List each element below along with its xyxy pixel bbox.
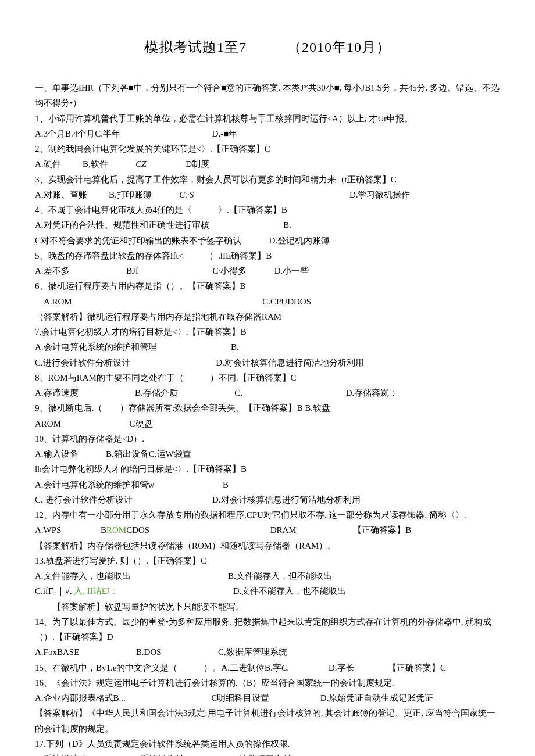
q13-row2: C.ifΓ-｜√, 入, II诂£J： D.文件不能存入，也不能取出 [35, 583, 500, 599]
q9-row: 9、微机断电后,（ ）存储器所有:数据会全部丢失。【正确答案】B B.软盘 [35, 400, 500, 415]
q11-a: A.会计电算化系统的维护和管w [35, 480, 154, 489]
q6-options: A.ROM C.CPUDDOS [35, 294, 500, 309]
q3-options: A.对账、查账 B.打印账簿 C.·S D.学习微机操作 [35, 187, 500, 202]
q9-c: C硬盘 [130, 419, 153, 428]
q15-ans: 【正确答案】C [388, 663, 446, 672]
q9-row2: AROM C硬盘 [35, 416, 500, 431]
q3-b: B.打印账簿 [109, 190, 152, 199]
page-title: 模拟考试题1至7（2010年10月） [35, 35, 500, 59]
q10-b: B.箱出设备C.运W袋置 [106, 449, 191, 458]
q12-b: BROMCDOS [101, 525, 149, 535]
q8-options: A.存谛速度 B.存储介质 C. D.存储容岚： [35, 385, 500, 400]
q9-arom: AROM [35, 419, 61, 428]
q5-options: A.差不多 BJf C·小得多 D.小一些 [35, 263, 500, 278]
q3: 3、实现会计电算化后，提高了工作效率，财会人员可以有更多的时间和精力来（t正确答… [35, 172, 500, 187]
q15-row: 15、在微机中，By1.e的中文含义是（ ）。A.二进制位B.字C. D.字长 … [35, 660, 500, 675]
q6-exp: （答案解析】微机运行程序要占用内存是指地机在取存储器RAM [35, 309, 500, 324]
q9: 9、微机断电后,（ ）存储器所有:数据会全部丢失。【正确答案】B [35, 403, 302, 413]
q1: 1、小谛用许算机普代手工账的单位，必需在计算机核尊与手工核笄同时运行<A）以上,… [35, 111, 500, 126]
q13-b: B.文件能存入，但不能取出 [228, 571, 332, 581]
q16-a: A.企业内部报表格式B... [35, 693, 126, 703]
q7-c: C.进行会计软件分析设计 [35, 358, 130, 367]
q2-options: A.硬件 B,软件 CZ D制度 [35, 156, 500, 171]
q2-d: D制度 [186, 159, 209, 169]
q13-a: A.文件能存入，也能取出 [35, 571, 131, 581]
q1-abc: A.3个月B.4个月C.半年 [35, 129, 120, 138]
q15-c: C. [281, 663, 290, 672]
q8-a: A.存谛速度 [35, 388, 79, 397]
q16-d: D.原始凭证自动生成记账凭证 [320, 693, 434, 703]
q13-d: D.文件不能存入，也不能取出 [233, 586, 347, 596]
q4-b: B. [283, 220, 291, 230]
q5-a: A.差不多 [35, 266, 70, 275]
q14-b: B.DOS [136, 647, 162, 657]
q16-exp: 【答案解析】《中华人民共和国会计法3规定:用电子计算机进行会计核算的, 其会计账… [35, 705, 500, 736]
q16-c: C明细科目设置 [211, 693, 269, 703]
q14: 14、为了以最佳方式、最少的重登•为多种应用服务. 把数据集中起来以肯定的组织方… [35, 614, 500, 645]
q7: 7,会计电算化初级人才的培行目标是<〉.【正确答案】B [35, 324, 500, 339]
q11: lh会计电弊化初级人才的培闩目标是<〉.【正确答案】B [35, 461, 500, 476]
q4-d: D.登记机内账簿 [269, 236, 330, 245]
section-intro: 一、单事选IHR（下列各■中，分别只有一个符合■意的正确答案. 本类J*共30小… [35, 80, 500, 111]
q16: 16、《会计法》规定运用电子计算机进行会计核算的.（B）应当符合国家统一的会计制… [35, 675, 500, 690]
q8-b: B.存储介质 [135, 388, 178, 397]
q4-row2: C对不符合要求的凭证和打印输出的账表不予签字确认 D.登记机内账簿 [35, 233, 500, 248]
q11-row1: A.会计电算化系统的维护和管w B [35, 477, 500, 492]
q7-row2: C.进行会计软件分析设计 D.对会计核算信息进行简洁地分析利用 [35, 355, 500, 370]
q12-exp: 【答案解析】内存储器包括只读存储港（ROM）和随机读写存储器（RAM）。 [35, 538, 500, 553]
q6: 6、微机运行程序要占用内存是指（）。【正确答案】B [35, 278, 500, 293]
q2: 2、制约我国会计电算化发展的关键环节是<〉.【正确答案】C [35, 141, 500, 156]
q11-row2: C. 进行会计软件分析设计 D.对会计核算信息进行简洁地分析利用 [35, 492, 500, 507]
q6-a: A.ROM [44, 297, 72, 306]
q7-d: D.对会计核算信息进行简洁地分析利用 [216, 358, 364, 367]
q2-cz: CZ [135, 159, 146, 169]
q2-b: B,软件 [83, 159, 108, 169]
q10: 10、计算机的存储器是<D）. [35, 431, 500, 446]
q14-options: A.FoxBΛSE B.DOS C,数据库管理系统 [35, 644, 500, 660]
q8-c: C. [234, 388, 242, 397]
q16-options: A.企业内部报表格式B... C明细科目设置 D.原始凭证自动生成记账凭证 [35, 690, 500, 705]
q7-row1: A.会计电算化系统的维护和管理 B. [35, 339, 500, 354]
q15-d: D.字长 [329, 663, 355, 672]
q12-options: A.WPS BROMCDOS DRAM 【正确答案】B [35, 522, 500, 538]
q5-b: BJf [126, 266, 138, 275]
q3-a: A.对账、查账 [35, 190, 87, 199]
q13-exp: 【答案解析】软盘写量护的状况卜只能读不能写。 [35, 599, 500, 614]
title-left: 模拟考试题1至7 [144, 40, 247, 55]
q1-d: D.-■年 [212, 129, 238, 138]
q9-b: B.软盘 [305, 403, 330, 413]
q13: 13.轨盘若进行写爱护. 则（）.【正确答案】C [35, 553, 500, 568]
q2-a: A.硬件 [35, 159, 61, 169]
q4-c: C对不符合要求的凭证和打印输出的账表不予签字确认 [35, 236, 241, 245]
q5-d: D.小一些 [274, 266, 309, 275]
q8-d: D.存储容岚： [346, 388, 398, 397]
q11-b: B [223, 480, 229, 489]
q13-c: C.ifΓ-｜√, 入, II诂£J： [35, 586, 118, 596]
q6-c: C.CPUDDOS [262, 297, 311, 306]
q4-row1: A,对凭证的合法性、规范性和正确性进行审核 B. [35, 217, 500, 232]
q17: 17.下列（D》人员负责规定会计软件系统各类运用人员的操作权限. [35, 736, 500, 751]
q8: 8、ROM与RAM的主要不同之处在于（ ）不同.【正确答案】C [35, 370, 500, 385]
q15: 15、在微机中，By1.e的中文含义是（ ）。A.二进制位B.字 [35, 663, 281, 672]
q3-d: D.学习微机操作 [349, 190, 411, 199]
q4: 4、不属于会计电算化审核人员4任的是〈 〉.【正确答案】B [35, 202, 500, 217]
title-right: （2010年10月） [287, 40, 391, 55]
q7-b: B. [231, 342, 239, 352]
q3-c: C.·S [179, 190, 194, 199]
q12-ans: 【正确答案】B [353, 525, 411, 535]
q5-c: C·小得多 [212, 266, 247, 275]
q7-a: A.会计电算化系统的维护和管理 [35, 342, 157, 352]
q11-c: C. 进行会计软件分析设计 [35, 495, 133, 504]
q14-a: A.FoxBΛSE [35, 647, 79, 657]
q12-a: A.WPS [35, 525, 61, 535]
q1-options: A.3个月B.4个月C.半年 D.-■年 [35, 126, 500, 141]
q11-d: D.对会计核算信息进行简洁地分析利用 [212, 495, 361, 504]
q4-a: A,对凭证的合法性、规范性和正确性进行审核 [35, 220, 209, 230]
q10-options: A.输入设备 B.箱出设备C.运W袋置 [35, 446, 500, 461]
q13-row1: A.文件能存入，也能取出 B.文件能存入，但不能取出 [35, 568, 500, 583]
q12: 12、内存中有一小部分用于永久存放专用的数据和程序,CPU对它们只取不存. 这一… [35, 507, 500, 522]
q10-a: A.输入设备 [35, 449, 79, 458]
q14-c: C,数据库管理系统 [218, 647, 287, 657]
q12-dram: DRAM [270, 525, 297, 535]
q5: 5、晚盘的存谛容盘比软盘的存体容Ift< ）,lIE确答案】B [35, 248, 500, 263]
